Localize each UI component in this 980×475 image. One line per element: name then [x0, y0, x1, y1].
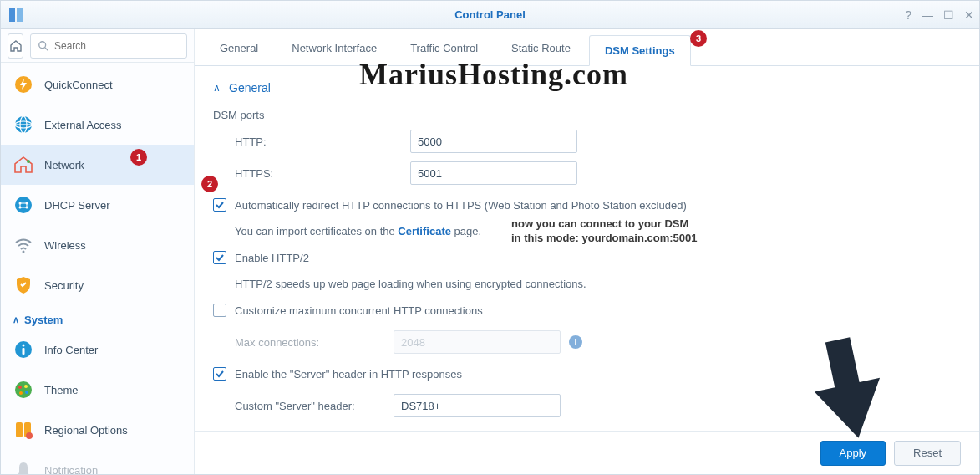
svg-point-26: [25, 391, 28, 394]
svg-rect-22: [23, 348, 25, 355]
regional-icon: [13, 419, 34, 441]
custom-conn-checkbox[interactable]: [213, 304, 226, 317]
certificate-note: You can import certificates on the Certi…: [213, 225, 961, 238]
dsm-ports-label: DSM ports: [213, 109, 961, 121]
sidebar-item-label: Notification: [44, 464, 98, 475]
max-conn-label: Max connections:: [235, 336, 394, 349]
bell-icon: [13, 459, 34, 474]
sidebar-item-network[interactable]: Network: [1, 145, 194, 185]
search-icon: [38, 40, 49, 52]
theme-icon: [13, 379, 34, 401]
network-icon: [13, 154, 34, 176]
sidebar-item-external-access[interactable]: External Access: [1, 105, 194, 145]
maximize-icon[interactable]: ☐: [943, 8, 954, 22]
section-title: General: [229, 81, 271, 94]
section-general-header[interactable]: ∧ General: [213, 76, 961, 100]
sidebar-item-regional[interactable]: Regional Options: [1, 410, 194, 450]
sidebar-item-label: External Access: [44, 119, 122, 131]
svg-point-21: [23, 345, 25, 347]
svg-point-24: [18, 386, 22, 389]
sidebar: QuickConnect External Access Network DHC…: [1, 29, 195, 474]
shield-icon: [13, 274, 34, 296]
http2-label: Enable HTTP/2: [235, 252, 309, 264]
tab-general[interactable]: General: [205, 33, 273, 65]
certificate-link[interactable]: Certificate: [398, 225, 451, 238]
svg-point-19: [23, 251, 25, 253]
sidebar-item-dhcp[interactable]: DHCP Server: [1, 185, 194, 225]
auto-redirect-label: Automatically redirect HTTP connections …: [235, 199, 687, 212]
sidebar-item-label: Network: [44, 159, 84, 171]
sidebar-item-label: Wireless: [44, 239, 86, 252]
svg-rect-28: [16, 422, 23, 437]
custom-conn-label: Customize maximum concurrent HTTP connec…: [235, 304, 483, 317]
sidebar-item-label: DHCP Server: [44, 199, 110, 212]
home-button[interactable]: [8, 33, 23, 59]
annotation-badge-1: 1: [130, 149, 147, 166]
reset-button[interactable]: Reset: [894, 441, 961, 466]
svg-point-25: [24, 385, 28, 388]
help-icon[interactable]: ?: [905, 8, 911, 22]
content-area: ∧ General DSM ports HTTP: HTTPS: Auto: [195, 66, 979, 431]
tab-network-interface[interactable]: Network Interface: [277, 33, 392, 65]
search-input-wrap[interactable]: [30, 33, 187, 59]
max-conn-input: [394, 330, 561, 354]
annotation-badge-3: 3: [690, 30, 707, 47]
dhcp-icon: [13, 194, 34, 216]
quickconnect-icon: [13, 74, 34, 95]
sidebar-item-label: Security: [44, 279, 84, 292]
sidebar-category-system[interactable]: ∧ System: [1, 305, 194, 329]
svg-point-2: [39, 41, 46, 48]
auto-redirect-checkbox[interactable]: [213, 198, 226, 212]
server-header-checkbox[interactable]: [213, 367, 226, 381]
footer: Apply Reset: [195, 431, 979, 474]
sidebar-item-security[interactable]: Security: [1, 265, 194, 305]
sidebar-item-label: QuickConnect: [44, 79, 113, 91]
globe-icon: [13, 114, 34, 135]
tab-traffic-control[interactable]: Traffic Control: [395, 33, 493, 65]
window-title: Control Panel: [1, 8, 979, 21]
svg-point-27: [19, 391, 23, 395]
sidebar-item-label: Regional Options: [44, 424, 128, 437]
info-icon[interactable]: i: [569, 335, 582, 349]
close-icon[interactable]: ✕: [964, 8, 974, 22]
titlebar: Control Panel ? — ☐ ✕: [1, 1, 979, 29]
http-label: HTTP:: [235, 135, 410, 148]
svg-point-30: [26, 432, 33, 439]
https-port-input[interactable]: [410, 161, 577, 185]
server-header-label: Enable the "Server" header in HTTP respo…: [235, 368, 462, 381]
http2-checkbox[interactable]: [213, 251, 226, 264]
wifi-icon: [13, 234, 34, 256]
https-label: HTTPS:: [235, 167, 410, 180]
svg-point-10: [15, 197, 32, 213]
tabs: General Network Interface Traffic Contro…: [195, 29, 979, 66]
info-icon: [13, 339, 34, 360]
minimize-icon[interactable]: —: [922, 8, 933, 22]
svg-point-9: [27, 160, 30, 163]
http2-note: HTTP/2 speeds up web page loading when u…: [213, 278, 961, 290]
chevron-up-icon: ∧: [213, 82, 221, 94]
apply-button[interactable]: Apply: [820, 441, 886, 466]
svg-line-3: [45, 47, 48, 50]
sidebar-item-notification[interactable]: Notification: [1, 450, 194, 474]
sidebar-item-quickconnect[interactable]: QuickConnect: [1, 64, 194, 105]
http-port-input[interactable]: [410, 130, 577, 153]
sidebar-item-wireless[interactable]: Wireless: [1, 225, 194, 265]
chevron-up-icon: ∧: [13, 314, 19, 325]
sidebar-item-label: Theme: [44, 384, 78, 396]
sidebar-category-label: System: [24, 314, 63, 326]
sidebar-item-label: Info Center: [44, 344, 98, 356]
sidebar-item-theme[interactable]: Theme: [1, 370, 194, 410]
svg-point-23: [15, 381, 32, 398]
custom-server-label: Custom "Server" header:: [235, 400, 394, 412]
sidebar-item-info-center[interactable]: Info Center: [1, 329, 194, 370]
tab-dsm-settings[interactable]: DSM Settings: [589, 35, 691, 66]
search-input[interactable]: [54, 40, 180, 52]
tab-static-route[interactable]: Static Route: [496, 33, 586, 65]
custom-server-input[interactable]: [394, 394, 561, 417]
annotation-badge-2: 2: [201, 176, 218, 192]
